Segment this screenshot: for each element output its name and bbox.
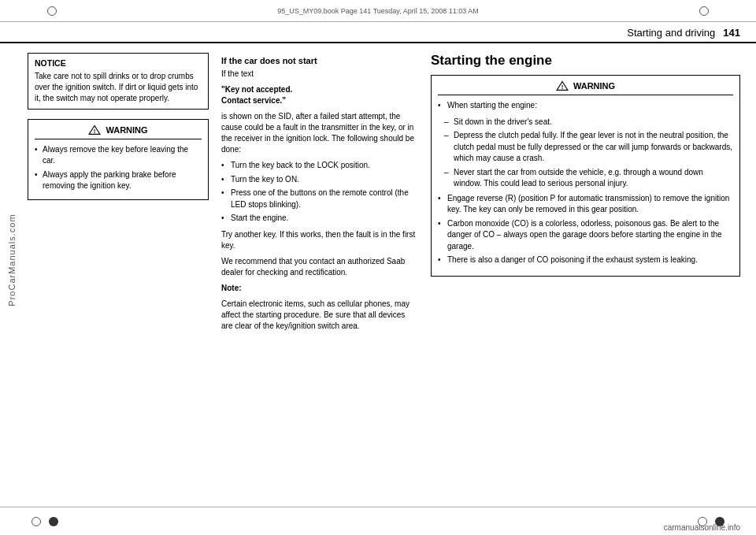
bottom-left-marks: [32, 517, 58, 526]
warning-bullet-1: When starting the engine:: [438, 100, 733, 112]
page-header-title: Starting and driving: [627, 27, 715, 39]
dash-item-2: Depress the clutch pedal fully. If the g…: [444, 130, 733, 165]
warning-triangle-icon-right: !: [556, 80, 569, 91]
main-content: NOTICE Take care not to spill drinks or …: [0, 50, 756, 522]
page-number: 141: [723, 27, 740, 39]
notice-text: Take care not to spill drinks or to drop…: [35, 71, 202, 104]
warning-bullet2-3: There is also a danger of CO poisoning i…: [438, 254, 733, 266]
right-section-title: Starting the engine: [431, 53, 740, 69]
step-1: Turn the key back to the LOCK position.: [221, 160, 418, 172]
corner-mark-tr: [699, 6, 709, 16]
note-section: Note:: [221, 283, 418, 294]
dash-item-3: Never start the car from outside the veh…: [444, 167, 733, 190]
warning-item-2: Always apply the parking brake before re…: [35, 169, 202, 191]
warning-bullet2-1: Engage reverse (R) (position P for autom…: [438, 193, 733, 216]
warning-dash-items: Sit down in the driver's seat. Depress t…: [438, 117, 733, 190]
bottom-strip: [0, 507, 756, 535]
try-another: Try another key. If this works, then the…: [221, 229, 418, 251]
warning-label-left: WARNING: [106, 125, 147, 135]
left-column: NOTICE Take care not to spill drinks or …: [28, 50, 209, 522]
notice-title: NOTICE: [35, 58, 202, 68]
warning-item-1: Always remove the key before leaving the…: [35, 144, 202, 166]
middle-steps: Turn the key back to the LOCK position. …: [221, 160, 418, 225]
svg-text:!: !: [94, 128, 96, 135]
warning-label-right: WARNING: [573, 81, 615, 91]
bottom-corner-mark-2: [49, 517, 58, 526]
middle-section-title: If the car does not start: [221, 56, 418, 65]
warning-header-right: ! WARNING: [438, 80, 733, 95]
recommend: We recommend that you contact an authori…: [221, 256, 418, 278]
warning-bullet2-2: Carbon monoxide (CO) is a colorless, odo…: [438, 218, 733, 253]
middle-intro: If the text: [221, 69, 418, 80]
step-4: Start the engine.: [221, 213, 418, 225]
right-column: Starting the engine ! WARNING When start…: [431, 50, 740, 522]
bottom-corner-mark-1: [32, 517, 41, 526]
notice-box: NOTICE Take care not to spill drinks or …: [28, 53, 209, 110]
key-not-accepted: "Key not accepted.Contact service.": [221, 84, 418, 106]
warning-bullet-items2: Engage reverse (R) (position P for autom…: [438, 193, 733, 266]
watermark-text: ProCarManuals.com: [7, 214, 17, 306]
warning-box-right: ! WARNING When starting the engine: Sit …: [431, 75, 740, 277]
warning-triangle-icon: !: [88, 124, 101, 136]
step-2: Turn the key to ON.: [221, 174, 418, 186]
page-header: Starting and driving 141: [0, 22, 756, 43]
dash-item-1: Sit down in the driver's seat.: [444, 117, 733, 128]
bottom-url: carmanualsonline.info: [664, 523, 740, 532]
warning-box-left: ! WARNING Always remove the key before l…: [28, 119, 209, 200]
note-text: Certain electronic items, such as cellul…: [221, 299, 418, 332]
corner-mark-tl: [47, 6, 57, 16]
note-title: Note:: [221, 284, 242, 292]
middle-column: If the car does not start If the text "K…: [221, 50, 418, 522]
warning-items-left: Always remove the key before leaving the…: [35, 144, 202, 191]
step-3: Press one of the buttons on the remote c…: [221, 188, 418, 210]
watermark: ProCarManuals.com: [0, 63, 24, 457]
middle-description: is shown on the SID, after a failed star…: [221, 111, 418, 155]
file-info: 95_US_MY09.book Page 141 Tuesday, April …: [277, 7, 479, 15]
svg-text:!: !: [561, 84, 564, 91]
warning-bullet-items: When starting the engine:: [438, 100, 733, 112]
top-strip: 95_US_MY09.book Page 141 Tuesday, April …: [0, 0, 756, 22]
warning-header-left: ! WARNING: [35, 124, 202, 139]
